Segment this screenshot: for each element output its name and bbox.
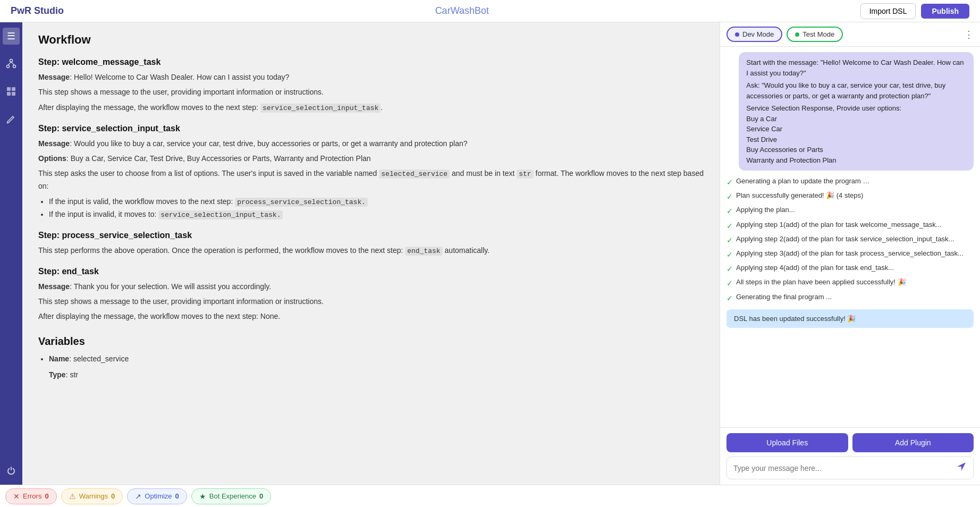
- mode-switcher: Dev Mode Test Mode ⋮: [720, 22, 980, 47]
- right-panel: Dev Mode Test Mode ⋮ Start with the mess…: [720, 22, 980, 485]
- log-item-3: ✓Applying step 1(add) of the plan for ta…: [726, 218, 974, 233]
- experience-status[interactable]: ★ Bot Experience 0: [191, 488, 271, 504]
- log-item-6: ✓Applying step 4(add) of the plan for ta…: [726, 261, 974, 276]
- log-text: Applying the plan...: [736, 204, 795, 216]
- status-bar: ✕ Errors 0 ⚠ Warnings 0 ↗ Optimize 0 ★ B…: [0, 485, 980, 507]
- experience-label: Bot Experience: [209, 492, 256, 500]
- step-process-desc: This step performs the above operation. …: [38, 244, 704, 257]
- message-label-4: Message: [38, 282, 70, 291]
- sidebar-icon-grid[interactable]: [3, 83, 20, 100]
- optimize-icon: ↗: [135, 492, 141, 501]
- step-selection-desc: This step asks the user to choose from a…: [38, 167, 704, 192]
- check-icon: ✓: [726, 277, 733, 290]
- optimize-status[interactable]: ↗ Optimize 0: [127, 488, 187, 504]
- variable-type: Type: str: [49, 369, 704, 381]
- bullet-valid: If the input is valid, the workflow move…: [49, 196, 704, 208]
- import-dsl-button[interactable]: Import DSL: [860, 3, 916, 19]
- sidebar-icon-workflow[interactable]: ☰: [3, 28, 20, 45]
- variables-list: Name: selected_service: [49, 353, 704, 366]
- step-process-next: end_task: [405, 247, 442, 256]
- log-text: All steps in the plan have been applied …: [736, 276, 906, 288]
- header: PwR Studio CarWashBot Import DSL Publish: [0, 0, 980, 22]
- step-end-desc2: After displaying the message, the workfl…: [38, 310, 704, 322]
- chat-input[interactable]: [733, 464, 952, 472]
- add-plugin-button[interactable]: Add Plugin: [852, 433, 974, 452]
- svg-rect-7: [7, 92, 11, 96]
- step-end-desc1: This step shows a message to the user, p…: [38, 295, 704, 307]
- step-welcome-next-code: service_selection_input_task: [260, 104, 381, 113]
- step-end-title: Step: end_task: [38, 267, 704, 276]
- sidebar-icon-power[interactable]: [3, 462, 20, 479]
- experience-count: 0: [259, 492, 263, 500]
- check-icon: ✓: [726, 176, 733, 189]
- errors-status[interactable]: ✕ Errors 0: [5, 488, 57, 504]
- step-end-message: Message: Thank you for your selection. W…: [38, 281, 704, 292]
- svg-point-2: [13, 65, 16, 68]
- log-text: Generating a plan to update the program …: [736, 175, 870, 187]
- check-icon: ✓: [726, 263, 733, 276]
- bot-title: CarWashBot: [435, 5, 489, 16]
- test-mode-button[interactable]: Test Mode: [787, 27, 843, 42]
- content-area: Workflow Step: welcome_message_task Mess…: [22, 22, 980, 485]
- warnings-label: Warnings: [79, 492, 108, 500]
- log-item-1: ✓Plan successfully generated! 🎉 (4 steps…: [726, 189, 974, 204]
- error-icon: ✕: [13, 492, 20, 501]
- bubble-line2: Ask: "Would you like to buy a car, servi…: [746, 80, 966, 101]
- bullet1-code: process_service_selection_task.: [235, 198, 368, 207]
- svg-rect-8: [12, 92, 15, 96]
- bubble-options: Buy a CarService CarTest DriveBuy Access…: [746, 114, 966, 166]
- sidebar-icon-edit[interactable]: [3, 111, 20, 128]
- main-layout: ☰: [0, 22, 980, 485]
- log-item-2: ✓Applying the plan...: [726, 204, 974, 218]
- action-buttons: Upload Files Add Plugin: [726, 433, 974, 452]
- log-item-0: ✓Generating a plan to update the program…: [726, 175, 974, 189]
- variable-item: Name: selected_service: [49, 353, 704, 366]
- dev-mode-button[interactable]: Dev Mode: [726, 27, 782, 42]
- bullet-invalid: If the input is invalid, it moves to: se…: [49, 208, 704, 221]
- var-name-code: selected_service: [379, 170, 450, 179]
- sidebar: ☰: [0, 22, 22, 485]
- log-item-8: ✓Generating the final program ...: [726, 291, 974, 305]
- upload-files-button[interactable]: Upload Files: [726, 433, 848, 452]
- chat-input-row: [726, 457, 974, 479]
- step-selection-options: Options: Buy a Car, Service Car, Test Dr…: [38, 153, 704, 164]
- svg-line-4: [11, 62, 14, 65]
- optimize-label: Optimize: [145, 492, 172, 500]
- svg-line-3: [8, 62, 11, 65]
- svg-point-1: [7, 65, 10, 68]
- experience-icon: ★: [199, 492, 206, 501]
- bubble-line1: Start with the message: "Hello! Welcome …: [746, 57, 966, 78]
- workflow-title: Workflow: [38, 33, 704, 47]
- log-text: Applying step 4(add) of the plan for tas…: [736, 261, 894, 274]
- dsl-success-message: DSL has been updated successfully! 🎉: [726, 309, 974, 328]
- step-welcome-desc2: After displaying the message, the workfl…: [38, 102, 704, 114]
- header-actions: Import DSL Publish: [860, 3, 969, 19]
- log-text: Plan successfully generated! 🎉 (4 steps): [736, 189, 863, 201]
- dev-mode-label: Dev Mode: [742, 30, 774, 38]
- step-process-title: Step: process_service_selection_task: [38, 231, 704, 240]
- send-button[interactable]: [956, 461, 967, 475]
- check-icon: ✓: [726, 219, 733, 233]
- publish-button[interactable]: Publish: [921, 4, 969, 19]
- bubble-line3: Service Selection Response, Provide user…: [746, 103, 966, 114]
- step-welcome-title: Step: welcome_message_task: [38, 57, 704, 67]
- check-icon: ✓: [726, 190, 733, 204]
- workflow-panel: Workflow Step: welcome_message_task Mess…: [22, 22, 720, 485]
- step-selection-message: Message: Would you like to buy a car, se…: [38, 138, 704, 149]
- var-name-label: Name: selected_service: [49, 354, 129, 363]
- variables-title: Variables: [38, 335, 704, 348]
- optimize-count: 0: [175, 492, 179, 500]
- log-text: Applying step 3(add) of the plan for tas…: [736, 247, 964, 259]
- warnings-status[interactable]: ⚠ Warnings 0: [61, 488, 123, 504]
- sidebar-icon-nodes[interactable]: [3, 55, 20, 72]
- errors-label: Errors: [23, 492, 41, 500]
- errors-count: 0: [45, 492, 48, 500]
- type-label: Type: [49, 370, 66, 379]
- chat-messages: Start with the message: "Hello! Welcome …: [720, 47, 980, 427]
- log-text: Applying step 1(add) of the plan for tas…: [736, 218, 942, 231]
- log-text: Applying step 2(add) of the plan for tas…: [736, 233, 954, 245]
- warnings-count: 0: [111, 492, 115, 500]
- var-type-code: str: [517, 170, 533, 179]
- more-options-button[interactable]: ⋮: [964, 29, 974, 40]
- step-welcome-message: Message: Hello! Welcome to Car Wash Deal…: [38, 71, 704, 83]
